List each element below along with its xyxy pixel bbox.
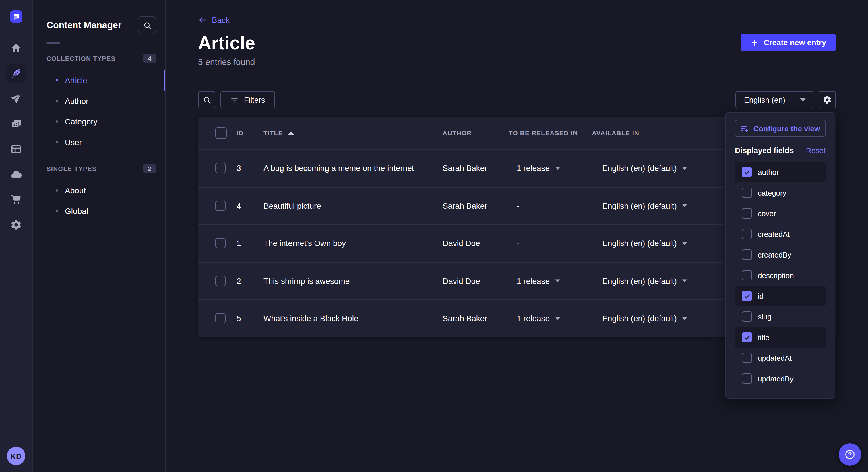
nav-content-manager-button[interactable] bbox=[6, 64, 26, 82]
select-all-checkbox[interactable] bbox=[215, 127, 227, 139]
search-icon bbox=[203, 96, 211, 104]
view-settings-popover: Configure the view Displayed fields Rese… bbox=[725, 112, 835, 399]
marketplace-cart-icon bbox=[10, 194, 22, 205]
content-manager-feather-icon bbox=[10, 68, 22, 79]
row-checkbox[interactable] bbox=[215, 201, 226, 211]
bullet-icon bbox=[56, 141, 58, 143]
cell-to-be-released-in[interactable]: 1 release bbox=[508, 276, 592, 285]
settings-gear-icon bbox=[10, 219, 22, 231]
reset-link[interactable]: Reset bbox=[806, 146, 826, 155]
field-row-id[interactable]: id bbox=[735, 285, 826, 306]
field-row-createdBy[interactable]: createdBy bbox=[735, 244, 826, 265]
header-id[interactable]: ID bbox=[237, 130, 264, 136]
checkbox-checked[interactable] bbox=[742, 291, 752, 301]
filters-button[interactable]: Filters bbox=[220, 91, 275, 108]
main-nav-rail: KD bbox=[0, 0, 33, 472]
filter-icon bbox=[230, 96, 239, 104]
section-label-collection-types: COLLECTION TYPES bbox=[46, 55, 115, 62]
locale-select[interactable]: English (en) bbox=[735, 91, 813, 108]
entries-count: 5 entries found bbox=[198, 57, 836, 67]
sidebar-item-label: Global bbox=[65, 206, 88, 216]
nav-home-button[interactable] bbox=[6, 39, 26, 57]
checkbox-unchecked[interactable] bbox=[742, 373, 752, 384]
nav-releases-button[interactable] bbox=[6, 90, 26, 108]
checkbox-unchecked[interactable] bbox=[742, 249, 752, 260]
field-row-category[interactable]: category bbox=[735, 182, 826, 203]
field-row-updatedBy[interactable]: updatedBy bbox=[735, 368, 826, 389]
field-row-author[interactable]: author bbox=[735, 162, 826, 182]
nav-divider bbox=[0, 32, 32, 32]
cell-title: A bug is becoming a meme on the internet bbox=[264, 164, 443, 173]
header-title[interactable]: TITLE bbox=[264, 130, 443, 136]
sidebar-item-article[interactable]: Article bbox=[33, 70, 165, 91]
bullet-icon bbox=[56, 100, 58, 102]
cell-author: Sarah Baker bbox=[443, 164, 508, 173]
checkbox-checked[interactable] bbox=[742, 167, 752, 177]
user-avatar[interactable]: KD bbox=[7, 447, 25, 465]
single-types-count-badge: 2 bbox=[143, 164, 156, 173]
send-plane-icon bbox=[10, 93, 22, 104]
row-checkbox[interactable] bbox=[215, 276, 226, 286]
bullet-icon bbox=[56, 79, 58, 81]
cell-id: 4 bbox=[237, 201, 264, 210]
cell-title: This shrimp is awesome bbox=[264, 276, 443, 285]
back-link[interactable]: Back bbox=[198, 15, 229, 25]
checkbox-checked[interactable] bbox=[742, 332, 752, 342]
displayed-fields-title: Displayed fields bbox=[735, 146, 794, 155]
nav-settings-button[interactable] bbox=[6, 216, 26, 234]
checkbox-unchecked[interactable] bbox=[742, 188, 752, 198]
field-row-title[interactable]: title bbox=[735, 327, 826, 347]
strapi-logo[interactable] bbox=[10, 10, 22, 23]
gear-icon bbox=[823, 95, 832, 104]
field-row-cover[interactable]: cover bbox=[735, 203, 826, 224]
help-button[interactable] bbox=[839, 443, 861, 466]
home-icon bbox=[10, 42, 22, 54]
cell-to-be-released-in: - bbox=[508, 201, 592, 210]
cell-to-be-released-in[interactable]: 1 release bbox=[508, 164, 592, 173]
cell-id: 3 bbox=[237, 164, 264, 173]
field-row-updatedAt[interactable]: updatedAt bbox=[735, 347, 826, 368]
row-checkbox[interactable] bbox=[215, 313, 226, 324]
chevron-down-icon bbox=[682, 204, 687, 208]
table-search-button[interactable] bbox=[198, 91, 215, 108]
checkbox-unchecked[interactable] bbox=[742, 229, 752, 239]
checkbox-unchecked[interactable] bbox=[742, 270, 752, 280]
sidebar-item-user[interactable]: User bbox=[33, 132, 165, 153]
sidebar-item-about[interactable]: About bbox=[33, 180, 165, 201]
checkbox-unchecked[interactable] bbox=[742, 208, 752, 218]
nav-bottom-divider bbox=[0, 440, 32, 440]
field-row-description[interactable]: description bbox=[735, 265, 826, 285]
nav-cloud-button[interactable] bbox=[6, 165, 26, 183]
header-to-be-released-in[interactable]: TO BE RELEASED IN bbox=[508, 130, 592, 136]
cell-to-be-released-in[interactable]: 1 release bbox=[508, 314, 592, 323]
configure-the-view-button[interactable]: Configure the view bbox=[735, 120, 826, 137]
checkbox-unchecked[interactable] bbox=[742, 353, 752, 363]
content-manager-subnav: Content Manager COLLECTION TYPES 4 Artic… bbox=[33, 0, 166, 472]
cell-id: 2 bbox=[237, 276, 264, 285]
subnav-search-button[interactable] bbox=[138, 16, 156, 34]
sidebar-item-global[interactable]: Global bbox=[33, 201, 165, 222]
nav-content-type-builder-button[interactable] bbox=[6, 140, 26, 158]
sidebar-item-category[interactable]: Category bbox=[33, 111, 165, 132]
page-title: Article bbox=[198, 34, 255, 52]
chevron-down-icon bbox=[555, 316, 560, 321]
row-checkbox[interactable] bbox=[215, 238, 226, 248]
field-row-slug[interactable]: slug bbox=[735, 306, 826, 327]
checkbox-unchecked[interactable] bbox=[742, 311, 752, 322]
nav-media-library-button[interactable] bbox=[6, 115, 26, 133]
sort-ascending-icon bbox=[287, 131, 294, 135]
field-row-createdAt[interactable]: createdAt bbox=[735, 224, 826, 244]
nav-marketplace-button[interactable] bbox=[6, 191, 26, 209]
sidebar-item-author[interactable]: Author bbox=[33, 91, 165, 111]
header-author[interactable]: AUTHOR bbox=[443, 130, 508, 136]
chevron-down-icon bbox=[682, 166, 687, 170]
row-checkbox[interactable] bbox=[215, 163, 226, 173]
configure-the-view-label: Configure the view bbox=[753, 124, 820, 133]
collection-types-count-badge: 4 bbox=[143, 54, 156, 63]
cell-title: What's inside a Black Hole bbox=[264, 314, 443, 323]
configure-list-icon bbox=[740, 124, 749, 133]
view-settings-button[interactable] bbox=[818, 91, 836, 108]
back-label: Back bbox=[212, 15, 229, 25]
create-new-entry-button[interactable]: Create new entry bbox=[741, 34, 836, 51]
displayed-fields-list: author category cover createdAt createdB… bbox=[735, 162, 826, 389]
